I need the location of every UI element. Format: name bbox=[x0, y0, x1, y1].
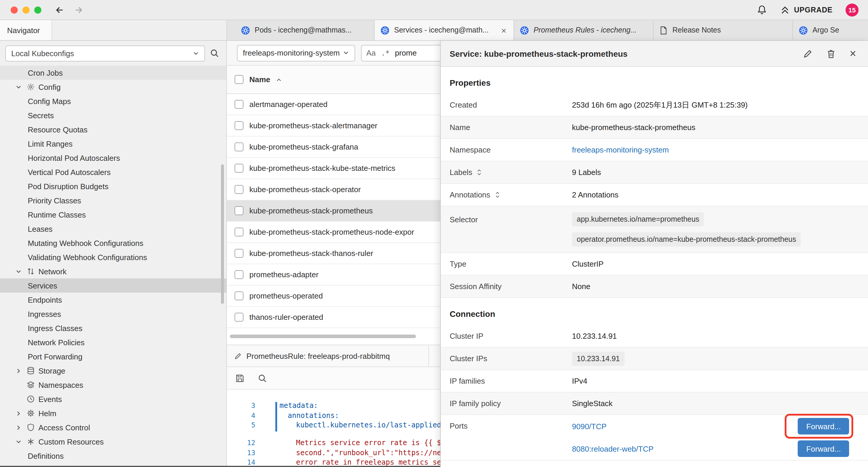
tab-release-notes[interactable]: Release Notes bbox=[653, 20, 793, 40]
sidebar-item-config-maps[interactable]: Config Maps bbox=[0, 94, 226, 108]
close-tab-icon[interactable]: × bbox=[500, 26, 507, 35]
close-drawer-icon[interactable]: × bbox=[850, 48, 856, 59]
port-link[interactable]: 8080:reloader-web/TCP bbox=[572, 444, 653, 453]
port-link[interactable]: 9090/TCP bbox=[572, 422, 607, 431]
sidebar-scrollbar[interactable] bbox=[221, 164, 224, 304]
match-case-toggle[interactable]: Aa bbox=[366, 49, 376, 57]
sidebar-item-leases[interactable]: Leases bbox=[0, 222, 226, 236]
table-row-alertmanager-operated[interactable]: alertmanager-operated bbox=[227, 94, 440, 115]
maximize-window-button[interactable] bbox=[34, 6, 41, 13]
table-row-kube-prometheus-stack-alertmanager[interactable]: kube-prometheus-stack-alertmanager bbox=[227, 115, 440, 137]
table-row-kube-prometheus-stack-thanos-ruler[interactable]: kube-prometheus-stack-thanos-ruler bbox=[227, 243, 440, 264]
code-line-3[interactable]: 3metadata: bbox=[227, 401, 440, 411]
table-row-thanos-ruler-operated[interactable]: thanos-ruler-operated bbox=[227, 307, 440, 328]
dock-tab-partial[interactable] bbox=[429, 345, 440, 367]
sidebar-item-vertical-pod-autoscalers[interactable]: Vertical Pod Autoscalers bbox=[0, 165, 226, 179]
code-line-5[interactable]: 5kubectl.kubernetes.io/last-applied-co bbox=[227, 420, 440, 430]
edit-resource-icon[interactable] bbox=[803, 49, 812, 58]
sidebar-item-mutating-webhook-configurations[interactable]: Mutating Webhook Configurations bbox=[0, 236, 226, 250]
table-row-kube-prometheus-stack-kube-state-metrics[interactable]: kube-prometheus-stack-kube-state-metrics bbox=[227, 158, 440, 179]
sidebar-item-resource-quotas[interactable]: Resource Quotas bbox=[0, 122, 226, 137]
sidebar-item-network[interactable]: Network bbox=[0, 264, 226, 279]
expand-collapse-icon[interactable] bbox=[494, 191, 500, 199]
sidebar-item-definitions[interactable]: Definitions bbox=[0, 449, 226, 463]
upgrade-button[interactable]: UPGRADE bbox=[780, 5, 833, 14]
sidebar-item-helm[interactable]: Helm bbox=[0, 406, 226, 420]
row-checkbox[interactable] bbox=[235, 143, 243, 151]
horizontal-scrollbar[interactable] bbox=[227, 328, 440, 345]
sidebar-item-runtime-classes[interactable]: Runtime Classes bbox=[0, 207, 226, 222]
sidebar-item-config[interactable]: Config bbox=[0, 80, 226, 94]
chevron-right-icon[interactable] bbox=[14, 424, 23, 431]
row-checkbox[interactable] bbox=[235, 291, 243, 300]
namespace-filter-dropdown[interactable]: freeleaps-monitoring-system bbox=[237, 45, 355, 61]
sidebar-item-pod-disruption-budgets[interactable]: Pod Disruption Budgets bbox=[0, 179, 226, 193]
notification-count-badge[interactable]: 15 bbox=[845, 3, 859, 16]
navigator-panel-tab[interactable]: Navigator bbox=[0, 20, 52, 40]
sidebar-item-events[interactable]: Events bbox=[0, 392, 226, 406]
chevron-down-icon[interactable] bbox=[14, 268, 23, 274]
code-line-13[interactable]: 13second.","runbook_url":"https://net bbox=[227, 448, 440, 458]
sidebar-item-secrets[interactable]: Secrets bbox=[0, 108, 226, 122]
table-row-kube-prometheus-stack-grafana[interactable]: kube-prometheus-stack-grafana bbox=[227, 137, 440, 158]
sidebar-item-priority-classes[interactable]: Priority Classes bbox=[0, 193, 226, 207]
row-checkbox[interactable] bbox=[235, 206, 243, 215]
tab-argo-se[interactable]: Argo Se bbox=[793, 20, 868, 40]
row-checkbox[interactable] bbox=[235, 185, 243, 194]
save-icon[interactable] bbox=[235, 373, 245, 383]
forward-button[interactable]: Forward... bbox=[798, 418, 849, 435]
sidebar-item-horizontal-pod-autoscalers[interactable]: Horizontal Pod Autoscalers bbox=[0, 151, 226, 165]
sidebar-item-limit-ranges[interactable]: Limit Ranges bbox=[0, 137, 226, 151]
regex-toggle[interactable]: .* bbox=[381, 49, 390, 57]
chevron-down-icon[interactable] bbox=[14, 438, 23, 445]
sidebar-search-icon[interactable] bbox=[210, 49, 219, 58]
kubeconfig-selector[interactable]: Local Kubeconfigs bbox=[5, 45, 205, 61]
table-row-prometheus-operated[interactable]: prometheus-operated bbox=[227, 286, 440, 307]
sidebar-item-namespaces[interactable]: Namespaces bbox=[0, 378, 226, 392]
sidebar-item-access-control[interactable]: Access Control bbox=[0, 420, 226, 435]
sidebar-item-network-policies[interactable]: Network Policies bbox=[0, 335, 226, 349]
expand-collapse-icon[interactable] bbox=[476, 169, 483, 176]
table-row-kube-prometheus-stack-prometheus[interactable]: kube-prometheus-stack-prometheus bbox=[227, 200, 440, 222]
row-checkbox[interactable] bbox=[235, 313, 243, 322]
list-search-box[interactable]: Aa .* prome bbox=[361, 45, 440, 61]
row-checkbox[interactable] bbox=[235, 164, 243, 173]
sidebar-item-validating-webhook-configurations[interactable]: Validating Webhook Configurations bbox=[0, 250, 226, 264]
row-checkbox[interactable] bbox=[235, 249, 243, 258]
horizontal-scrollbar-thumb[interactable] bbox=[230, 334, 416, 338]
sidebar-item-custom-resources[interactable]: Custom Resources bbox=[0, 435, 226, 449]
delete-resource-icon[interactable] bbox=[827, 49, 836, 58]
forward-button[interactable]: Forward... bbox=[798, 440, 849, 457]
chevron-down-icon[interactable] bbox=[14, 84, 23, 90]
name-column-header[interactable]: Name bbox=[249, 75, 270, 84]
forward-icon[interactable] bbox=[73, 4, 84, 15]
code-line-12[interactable]: 12Metrics service error rate is {{ $va bbox=[227, 438, 440, 448]
chevron-right-icon[interactable] bbox=[14, 410, 23, 416]
back-icon[interactable] bbox=[54, 4, 65, 15]
yaml-editor[interactable]: 3metadata:4annotations:5kubectl.kubernet… bbox=[227, 389, 440, 467]
close-window-button[interactable] bbox=[11, 6, 18, 13]
sidebar-item-endpoints[interactable]: Endpoints bbox=[0, 293, 226, 307]
row-checkbox[interactable] bbox=[235, 270, 243, 279]
sidebar-item-services[interactable]: Services bbox=[0, 279, 226, 293]
row-checkbox[interactable] bbox=[235, 121, 243, 130]
editor-search-icon[interactable] bbox=[258, 373, 267, 383]
minimize-window-button[interactable] bbox=[23, 6, 30, 13]
sidebar-item-port-forwarding[interactable]: Port Forwarding bbox=[0, 349, 226, 363]
select-all-checkbox[interactable] bbox=[235, 75, 243, 84]
sidebar-item-storage[interactable]: Storage bbox=[0, 363, 226, 378]
row-checkbox[interactable] bbox=[235, 100, 243, 109]
table-row-prometheus-adapter[interactable]: prometheus-adapter bbox=[227, 264, 440, 286]
sidebar-item-ingresses[interactable]: Ingresses bbox=[0, 307, 226, 321]
sidebar-item-cron-jobs[interactable]: Cron Jobs bbox=[0, 66, 226, 80]
tab-services-icecheng-math[interactable]: Services - icecheng@math...× bbox=[375, 20, 514, 40]
notifications-bell-icon[interactable] bbox=[756, 4, 767, 15]
namespace-link[interactable]: freeleaps-monitoring-system bbox=[572, 145, 669, 154]
chevron-right-icon[interactable] bbox=[14, 368, 23, 374]
row-checkbox[interactable] bbox=[235, 228, 243, 236]
table-row-kube-prometheus-stack-operator[interactable]: kube-prometheus-stack-operator bbox=[227, 179, 440, 200]
dock-tab-prometheusrule[interactable]: PrometheusRule: freeleaps-prod-rabbitmq bbox=[227, 345, 429, 367]
table-row-kube-prometheus-stack-prometheus-node-expor[interactable]: kube-prometheus-stack-prometheus-node-ex… bbox=[227, 222, 440, 243]
code-line-4[interactable]: 4annotations: bbox=[227, 411, 440, 420]
search-input[interactable]: prome bbox=[395, 49, 417, 57]
